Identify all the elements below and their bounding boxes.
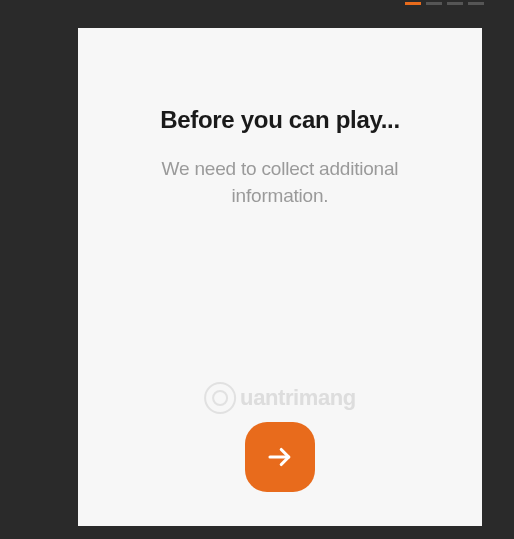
onboarding-card: Before you can play... We need to collec… [78, 28, 482, 526]
progress-step-4 [468, 2, 484, 5]
watermark-text: uantrimang [240, 385, 356, 411]
progress-step-1 [405, 2, 421, 5]
progress-step-3 [447, 2, 463, 5]
card-title: Before you can play... [112, 106, 448, 134]
progress-bar [405, 2, 484, 5]
arrow-right-icon [265, 442, 295, 472]
watermark-gear-icon [204, 382, 236, 414]
next-button[interactable] [245, 422, 315, 492]
card-subtitle: We need to collect additional informatio… [112, 156, 448, 209]
progress-step-2 [426, 2, 442, 5]
watermark: uantrimang [204, 382, 356, 414]
